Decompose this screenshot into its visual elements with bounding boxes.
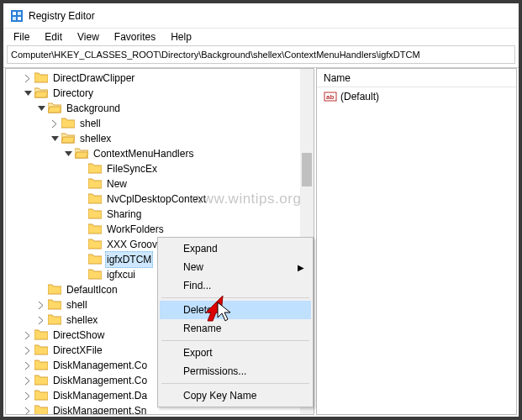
tree-label: igfxDTCM xyxy=(105,251,153,268)
folder-icon xyxy=(88,192,102,206)
folder-icon xyxy=(34,71,48,85)
tree-node[interactable]: New xyxy=(6,176,314,192)
values-list[interactable]: ab (Default) xyxy=(317,87,516,414)
menubar: File Edit View Favorites Help xyxy=(3,29,519,45)
expander-icon[interactable] xyxy=(23,375,33,386)
tree-label: NvCplDesktopContext xyxy=(105,192,208,207)
folder-open-icon xyxy=(61,132,75,145)
tree-label: ContextMenuHandlers xyxy=(92,146,195,161)
context-menu: Expand New▶ Find... Delete Rename Export… xyxy=(157,237,314,407)
menu-help[interactable]: Help xyxy=(164,29,198,45)
tree-label: shellex xyxy=(78,131,113,146)
tree-node[interactable]: Sharing xyxy=(6,207,314,222)
string-value-icon: ab xyxy=(324,90,337,103)
column-header-name[interactable]: Name xyxy=(317,69,516,87)
expander-icon[interactable] xyxy=(23,88,33,98)
tree-label: DirectDrawClipper xyxy=(51,71,136,86)
tree-label: FileSyncEx xyxy=(105,161,159,176)
tree-label: DirectShow xyxy=(51,328,106,343)
expander-icon[interactable] xyxy=(36,300,46,310)
tree-label: DiskManagement.Co xyxy=(51,373,149,388)
folder-icon xyxy=(88,162,102,176)
tree-node[interactable]: NvCplDesktopContext xyxy=(6,192,314,207)
address-bar[interactable]: Computer\HKEY_CLASSES_ROOT\Directory\Bac… xyxy=(7,45,515,64)
folder-icon xyxy=(34,344,48,357)
tree-label: Sharing xyxy=(105,207,143,222)
expander-icon[interactable] xyxy=(63,149,73,159)
tree-node[interactable]: Directory xyxy=(6,86,314,101)
expander-icon[interactable] xyxy=(23,391,33,401)
tree-node[interactable]: FileSyncEx xyxy=(6,161,314,176)
tree-label: DiskManagement.Da xyxy=(51,388,149,403)
tree-node[interactable]: DirectDrawClipper xyxy=(6,71,314,86)
tree-label: shell xyxy=(78,116,103,131)
folder-icon xyxy=(88,177,102,191)
tree-label: WorkFolders xyxy=(105,222,166,237)
tree-label: shellex xyxy=(65,312,99,328)
svg-rect-4 xyxy=(18,17,21,20)
value-name: (Default) xyxy=(340,91,379,102)
folder-icon xyxy=(34,359,48,372)
value-row[interactable]: ab (Default) xyxy=(320,89,513,104)
tree-node[interactable]: ContextMenuHandlers xyxy=(6,146,314,161)
tree-label: Directory xyxy=(51,86,95,101)
folder-open-icon xyxy=(48,102,61,115)
svg-rect-1 xyxy=(13,12,16,15)
cm-separator xyxy=(161,297,309,298)
cm-permissions[interactable]: Permissions... xyxy=(160,362,311,381)
folder-open-icon xyxy=(75,147,88,160)
tree-node[interactable]: shellex xyxy=(6,131,314,146)
folder-icon xyxy=(34,374,48,387)
expander-icon[interactable] xyxy=(50,118,60,129)
folder-icon xyxy=(88,207,102,221)
menu-edit[interactable]: Edit xyxy=(38,29,69,45)
folder-open-icon xyxy=(34,87,48,100)
cm-delete[interactable]: Delete xyxy=(160,301,311,319)
menu-file[interactable]: File xyxy=(7,29,36,45)
svg-rect-2 xyxy=(18,12,21,15)
cm-export[interactable]: Export xyxy=(160,344,311,362)
cm-separator xyxy=(161,340,309,341)
folder-icon xyxy=(88,223,102,236)
expander-icon[interactable] xyxy=(50,134,60,144)
cm-rename[interactable]: Rename xyxy=(160,319,311,338)
folder-icon xyxy=(34,389,48,402)
folder-icon xyxy=(88,268,102,281)
menu-favorites[interactable]: Favorites xyxy=(108,29,162,45)
cm-expand[interactable]: Expand xyxy=(160,239,311,258)
address-text: Computer\HKEY_CLASSES_ROOT\Directory\Bac… xyxy=(11,50,420,60)
tree-label: Background xyxy=(65,101,122,116)
expander-icon[interactable] xyxy=(23,360,33,370)
tree-node[interactable]: WorkFolders xyxy=(6,222,314,237)
titlebar: Registry Editor xyxy=(3,3,519,29)
submenu-arrow-icon: ▶ xyxy=(298,263,304,272)
folder-icon xyxy=(34,404,48,414)
folder-icon xyxy=(48,313,61,327)
folder-icon xyxy=(48,283,61,297)
tree-node[interactable]: Background xyxy=(6,101,314,116)
cm-separator xyxy=(161,383,309,384)
menu-view[interactable]: View xyxy=(71,29,106,45)
tree-label: DiskManagement.Co xyxy=(51,358,149,373)
cm-new[interactable]: New▶ xyxy=(160,258,311,276)
folder-icon xyxy=(48,298,61,312)
svg-rect-3 xyxy=(13,17,16,20)
tree-label: New xyxy=(105,176,129,192)
expander-icon[interactable] xyxy=(23,345,33,355)
cm-find[interactable]: Find... xyxy=(160,276,311,295)
expander-icon[interactable] xyxy=(36,315,46,325)
svg-text:ab: ab xyxy=(326,93,334,101)
cm-copy-key-name[interactable]: Copy Key Name xyxy=(160,386,311,405)
tree-node[interactable]: shell xyxy=(6,116,314,131)
scrollbar-thumb[interactable] xyxy=(302,153,312,186)
tree-label: DirectXFile xyxy=(51,343,104,358)
expander-icon[interactable] xyxy=(36,103,46,113)
window-title: Registry Editor xyxy=(29,10,95,22)
tree-label: shell xyxy=(65,297,89,312)
expander-icon[interactable] xyxy=(23,73,33,83)
folder-icon xyxy=(61,117,75,130)
expander-icon[interactable] xyxy=(23,330,33,340)
app-icon xyxy=(10,9,24,23)
folder-icon xyxy=(34,328,48,342)
expander-icon[interactable] xyxy=(23,406,33,414)
